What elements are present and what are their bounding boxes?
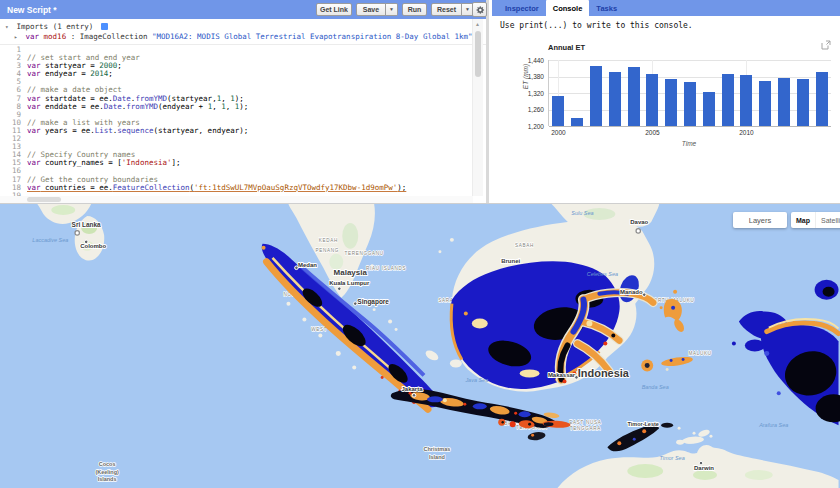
chart-x-tick: 2005 bbox=[639, 129, 665, 136]
reset-button[interactable]: Reset bbox=[431, 3, 462, 16]
chart-bar bbox=[740, 75, 752, 126]
city-marker-icon bbox=[412, 394, 416, 398]
console-panel: Inspector Console Tasks Use print(...) t… bbox=[492, 0, 840, 203]
line-number: 8 bbox=[0, 103, 27, 111]
code-line: 15var country_names = ['Indonesia']; bbox=[0, 159, 486, 167]
map-label-country: Timor-Leste bbox=[628, 421, 659, 427]
chart-bar bbox=[665, 79, 677, 126]
save-button[interactable]: Save bbox=[356, 3, 386, 16]
map-label-city: Manado bbox=[620, 289, 643, 295]
line-number: 6 bbox=[0, 86, 27, 94]
fold-closed-icon[interactable]: ▸ bbox=[14, 32, 21, 42]
editor-horizontal-scrollbar[interactable] bbox=[0, 196, 473, 203]
gear-icon-glyph bbox=[475, 5, 485, 15]
city-marker-icon bbox=[575, 376, 579, 380]
map-label-region: PENANG bbox=[316, 248, 340, 253]
imports-section: ▾ Imports (1 entry) ▸ var mod16 : ImageC… bbox=[0, 19, 486, 45]
code-line: 12 bbox=[0, 135, 486, 143]
map-label-city: Colombo bbox=[80, 243, 106, 249]
editor-header: New Script * Get Link Save ▼ Run Reset ▼ bbox=[0, 0, 486, 19]
chart-bar bbox=[552, 96, 564, 126]
console-body: Use print(...) to write to this console.… bbox=[492, 16, 840, 203]
editor-vertical-scrollbar[interactable]: ▲ bbox=[472, 19, 483, 196]
map-label-city: Jakarta bbox=[402, 386, 424, 392]
chart-y-tick: 1,440 bbox=[514, 57, 544, 64]
import-keyword: var bbox=[26, 32, 40, 41]
import-asset-id: "MOD16A2: MODIS Global Terrestrial Evapo… bbox=[152, 32, 473, 41]
import-name: mod16 bbox=[44, 32, 67, 41]
map-label-sea: Laccadive Sea bbox=[32, 237, 68, 243]
tab-console[interactable]: Console bbox=[546, 0, 590, 16]
map-label-sea: Celebes Sea bbox=[587, 271, 618, 277]
map-label-region: MALUKU bbox=[688, 351, 711, 356]
scrollbar-thumb[interactable] bbox=[475, 31, 481, 77]
map-label-region: WEST bbox=[311, 327, 327, 332]
map-label-city: Medan bbox=[298, 262, 317, 268]
line-number: 7 bbox=[0, 95, 27, 103]
map-label-country: Sri Lanka bbox=[72, 221, 102, 228]
script-title: New Script * bbox=[7, 5, 57, 15]
import-colon: : bbox=[71, 32, 80, 41]
map-label-sea: Sulu Sea bbox=[571, 210, 593, 216]
code-line: 8var enddate = ee.Date.fromYMD(endyear +… bbox=[0, 103, 486, 111]
map-label-city: Makassar bbox=[548, 372, 576, 378]
get-link-button[interactable]: Get Link bbox=[316, 3, 352, 16]
map-type-map-button[interactable]: Map bbox=[791, 212, 815, 228]
city-marker-icon bbox=[337, 287, 341, 291]
chart-x-axis-label: Time bbox=[548, 140, 830, 147]
map-label-sea: Arafura Sea bbox=[758, 422, 788, 428]
imports-help-icon[interactable] bbox=[101, 23, 108, 30]
map-label-city: Kuala Lumpur bbox=[329, 280, 370, 286]
map-label-city: Davao bbox=[630, 219, 648, 225]
chart-gridline bbox=[549, 126, 831, 127]
line-number: 5 bbox=[0, 78, 27, 86]
map-type-toggle: Map Satellite bbox=[791, 212, 840, 228]
chart-bar bbox=[759, 81, 771, 126]
save-dropdown-caret-icon[interactable]: ▼ bbox=[386, 3, 398, 16]
island-label: Islands bbox=[98, 476, 117, 482]
chart-y-tick: 1,260 bbox=[514, 106, 544, 113]
map-label-city: Singapore bbox=[357, 298, 389, 306]
chart-x-tick: 2010 bbox=[733, 129, 759, 136]
tab-tasks[interactable]: Tasks bbox=[589, 0, 624, 16]
imports-header-label: Imports (1 entry) bbox=[17, 22, 94, 31]
fold-open-icon[interactable]: ▾ bbox=[5, 22, 12, 32]
gear-icon[interactable] bbox=[472, 2, 487, 17]
scrollbar-thumb[interactable] bbox=[27, 197, 61, 202]
chart-bar bbox=[628, 67, 640, 126]
console-tabbar: Inspector Console Tasks bbox=[492, 0, 840, 16]
city-marker-icon bbox=[699, 461, 703, 465]
annual-et-chart: Annual ET ET (mm) 1,4401,3801,3201,2601,… bbox=[548, 43, 830, 147]
island-label: Cocos bbox=[99, 461, 116, 467]
chart-bar bbox=[722, 74, 734, 126]
city-marker-icon bbox=[75, 231, 79, 235]
map-canvas[interactable]: KEDAHPENANGTERENGGANURIAU ISLANDSSABAHSA… bbox=[0, 203, 840, 488]
island-label: (Keeling) bbox=[95, 469, 119, 475]
map-type-satellite-button[interactable]: Satellite bbox=[815, 212, 840, 228]
code-line: 11var years = ee.List.sequence(startyear… bbox=[0, 127, 486, 135]
code-line: 18var countries = ee.FeatureCollection('… bbox=[0, 184, 486, 192]
map-label-sea: Timor Sea bbox=[660, 455, 685, 461]
map-svg: KEDAHPENANGTERENGGANURIAU ISLANDSSABAHSA… bbox=[0, 204, 840, 488]
imports-header-row[interactable]: ▾ Imports (1 entry) bbox=[5, 22, 486, 32]
island-label: Island bbox=[429, 454, 445, 460]
top-panels: New Script * Get Link Save ▼ Run Reset ▼… bbox=[0, 0, 840, 203]
run-button[interactable]: Run bbox=[402, 3, 427, 16]
code-editor-area[interactable]: 12// set start and end year3var startyea… bbox=[0, 45, 486, 200]
city-marker-icon bbox=[295, 266, 299, 270]
code-line: 4var endyear = 2014; bbox=[0, 70, 486, 78]
scroll-up-arrow-icon[interactable]: ▲ bbox=[475, 21, 480, 27]
city-marker-icon bbox=[642, 293, 646, 297]
chart-title: Annual ET bbox=[548, 43, 830, 52]
tab-inspector[interactable]: Inspector bbox=[498, 0, 546, 16]
chart-bar bbox=[703, 92, 715, 126]
map-label-city: Darwin bbox=[694, 465, 714, 471]
import-entry-row[interactable]: ▸ var mod16 : ImageCollection "MOD16A2: … bbox=[5, 32, 486, 42]
map-label-country: Brunei bbox=[501, 258, 520, 264]
layers-button[interactable]: Layers bbox=[733, 212, 787, 228]
console-hint-text: Use print(...) to write to this console. bbox=[500, 21, 693, 30]
chart-bar bbox=[797, 79, 809, 126]
line-number: 3 bbox=[0, 62, 27, 70]
chart-bar bbox=[590, 66, 602, 126]
chart-plot-area: 1,4401,3801,3201,2601,200200020052010 bbox=[548, 60, 831, 126]
